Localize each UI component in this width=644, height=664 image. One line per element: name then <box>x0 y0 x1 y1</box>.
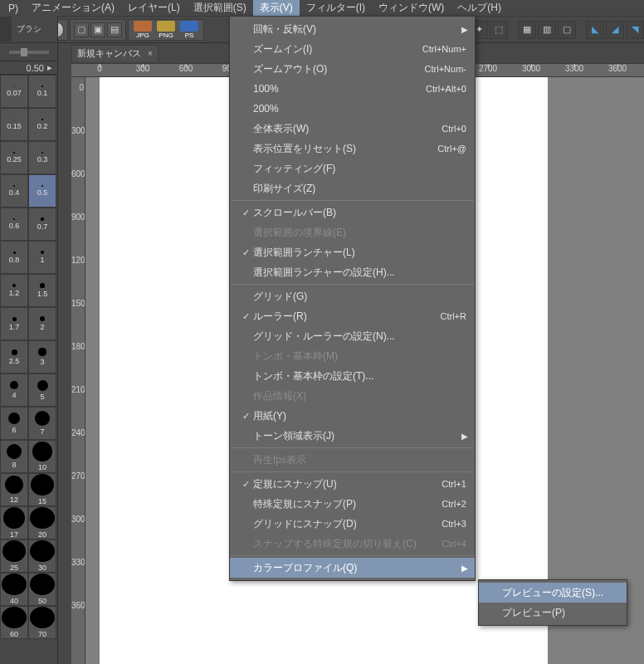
brush-size-cell[interactable]: 70 <box>28 606 56 639</box>
tool-frame[interactable]: ▢ <box>558 21 576 39</box>
brush-panel-header: ブラシ <box>0 16 57 43</box>
save-icon[interactable]: ▤ <box>107 22 122 37</box>
menu-item[interactable]: ✓スクロールバー(B) <box>230 203 475 222</box>
menu-item[interactable]: グリッド(G) <box>230 286 475 306</box>
open-icon[interactable]: ▣ <box>90 22 105 37</box>
menu-item[interactable]: 全体表示(W)Ctrl+0 <box>230 119 475 139</box>
ruler-tick: 2100 <box>71 385 85 394</box>
export-png[interactable]: PNG <box>155 21 177 39</box>
brush-size-cell[interactable]: 20 <box>28 506 56 540</box>
menu-item-label: 印刷サイズ(Z) <box>253 182 466 196</box>
menu-item[interactable]: ✓選択範囲ランチャー(L) <box>230 242 475 262</box>
tool-ruler[interactable]: ▥ <box>538 21 556 39</box>
ruler-tick: 2700 <box>71 471 85 481</box>
submenu-item[interactable]: プレビュー(P) <box>479 603 627 622</box>
brush-size-cell[interactable]: 1.5 <box>28 274 56 307</box>
brush-size-cell[interactable]: 50 <box>28 573 56 606</box>
brush-size-cell[interactable]: 0.6 <box>0 208 28 241</box>
menu-item[interactable]: トンボ・基本枠の設定(T)... <box>230 366 475 386</box>
menu-item[interactable]: ズームイン(I)Ctrl+Num+ <box>230 39 475 59</box>
ruler-tick: 3300 <box>565 64 583 73</box>
brush-size-label: 0.1 <box>37 89 48 97</box>
menu-item[interactable]: 特殊定規にスナップ(P)Ctrl+2 <box>230 494 475 514</box>
menu-item[interactable]: フィッティング(F) <box>230 159 475 178</box>
tab-close-icon[interactable]: × <box>148 49 153 58</box>
brush-slider[interactable] <box>0 43 57 61</box>
brush-size-cell[interactable]: 30 <box>28 540 56 573</box>
menu-item[interactable]: トーン領域表示(J)▶ <box>230 426 475 446</box>
brush-size-cell[interactable]: 1 <box>28 241 56 274</box>
brush-size-cell[interactable]: 0.7 <box>28 208 56 241</box>
brush-size-cell[interactable]: 40 <box>0 573 28 606</box>
brush-size-cell[interactable]: 6 <box>0 407 28 440</box>
brush-size-cell[interactable]: 7 <box>28 407 56 440</box>
tool-snap-2[interactable]: ◢ <box>606 21 624 39</box>
brush-size-cell[interactable]: 0.5 <box>28 174 56 208</box>
menu-item[interactable]: ズームアウト(O)Ctrl+Num- <box>230 59 475 79</box>
menu-view[interactable]: 表示(V) <box>253 0 300 17</box>
brush-size-cell[interactable]: 0.3 <box>28 141 56 174</box>
brush-size-cell[interactable]: 1.2 <box>0 274 28 307</box>
menu-item[interactable]: 200% <box>230 99 475 119</box>
brush-dot-icon <box>41 85 42 86</box>
menu-separator <box>231 200 474 201</box>
menu-shortcut: Ctrl+Num+ <box>422 44 466 54</box>
menu-item[interactable]: 表示位置をリセット(S)Ctrl+@ <box>230 139 475 159</box>
brush-size-label: 0.5 <box>37 188 48 197</box>
new-icon[interactable]: ▢ <box>74 22 89 37</box>
brush-size-cell[interactable]: 2 <box>28 307 56 340</box>
brush-size-cell[interactable]: 17 <box>0 506 28 540</box>
menu-animation[interactable]: アニメーション(A) <box>25 0 121 17</box>
menu-help[interactable]: ヘルプ(H) <box>451 0 508 17</box>
brush-size-cell[interactable]: 0.4 <box>0 174 28 208</box>
brush-size-cell[interactable]: 10 <box>28 440 56 473</box>
ruler-tick: 1800 <box>71 342 85 351</box>
menu-item-label: スクロールバー(B) <box>253 206 466 220</box>
tool-grid[interactable]: ▦ <box>518 21 536 39</box>
menu-p[interactable]: P) <box>2 1 25 16</box>
brush-size-cell[interactable]: 15 <box>28 473 56 506</box>
brush-size-cell[interactable]: 60 <box>0 606 28 639</box>
menu-item[interactable]: カラープロファイル(Q)▶ <box>230 558 475 578</box>
menu-item[interactable]: 100%Ctrl+Alt+0 <box>230 79 475 99</box>
menu-item[interactable]: ✓用紙(Y) <box>230 406 475 426</box>
menu-item[interactable]: グリッドにスナップ(D)Ctrl+3 <box>230 514 475 534</box>
brush-size-cell[interactable]: 4 <box>0 374 28 407</box>
tool-misc-2[interactable]: ⬚ <box>490 21 508 39</box>
tool-snap-3[interactable]: ◥ <box>626 21 644 39</box>
brush-size-cell[interactable]: 0.25 <box>0 141 28 174</box>
menu-window[interactable]: ウィンドウ(W) <box>372 0 451 17</box>
menu-layer[interactable]: レイヤー(L) <box>121 0 187 17</box>
menu-item[interactable]: ✓定規にスナップ(U)Ctrl+1 <box>230 474 475 494</box>
menu-selection[interactable]: 選択範囲(S) <box>187 0 253 17</box>
brush-size-cell[interactable]: 0.07 <box>0 75 28 108</box>
export-jpg[interactable]: JPG <box>132 21 154 39</box>
export-psd[interactable]: PS <box>178 21 200 39</box>
menu-item[interactable]: ✓ルーラー(R)Ctrl+R <box>230 306 475 326</box>
menu-item[interactable]: 回転・反転(V)▶ <box>230 19 475 39</box>
brush-slider-caret[interactable]: ▸ <box>47 62 52 73</box>
brush-panel-handle[interactable] <box>0 17 12 42</box>
brush-size-cell[interactable]: 0.2 <box>28 108 56 141</box>
brush-size-label: 7 <box>40 427 44 436</box>
brush-size-cell[interactable]: 0.1 <box>28 75 56 108</box>
tab-canvas[interactable]: 新規キャンバス × <box>71 45 159 61</box>
brush-size-label: 50 <box>38 597 46 605</box>
brush-size-cell[interactable]: 1.7 <box>0 307 28 340</box>
brush-size-cell[interactable]: 3 <box>28 340 56 374</box>
tool-snap-1[interactable]: ◣ <box>586 21 604 39</box>
brush-size-cell[interactable]: 25 <box>0 540 28 573</box>
menu-filter[interactable]: フィルター(I) <box>300 0 372 17</box>
menu-item[interactable]: 印刷サイズ(Z) <box>230 178 475 198</box>
menu-item[interactable]: 選択範囲ランチャーの設定(H)... <box>230 262 475 282</box>
brush-size-cell[interactable]: 0.8 <box>0 241 28 274</box>
brush-dot-icon <box>41 251 44 254</box>
menu-item[interactable]: グリッド・ルーラーの設定(N)... <box>230 326 475 346</box>
brush-size-cell[interactable]: 0.15 <box>0 108 28 141</box>
submenu-item[interactable]: プレビューの設定(S)... <box>479 583 627 603</box>
document-tabs: 新規キャンバス × <box>71 43 159 61</box>
brush-size-cell[interactable]: 8 <box>0 440 28 473</box>
brush-size-cell[interactable]: 12 <box>0 473 28 506</box>
brush-size-cell[interactable]: 5 <box>28 374 56 407</box>
brush-size-cell[interactable]: 2.5 <box>0 340 28 374</box>
